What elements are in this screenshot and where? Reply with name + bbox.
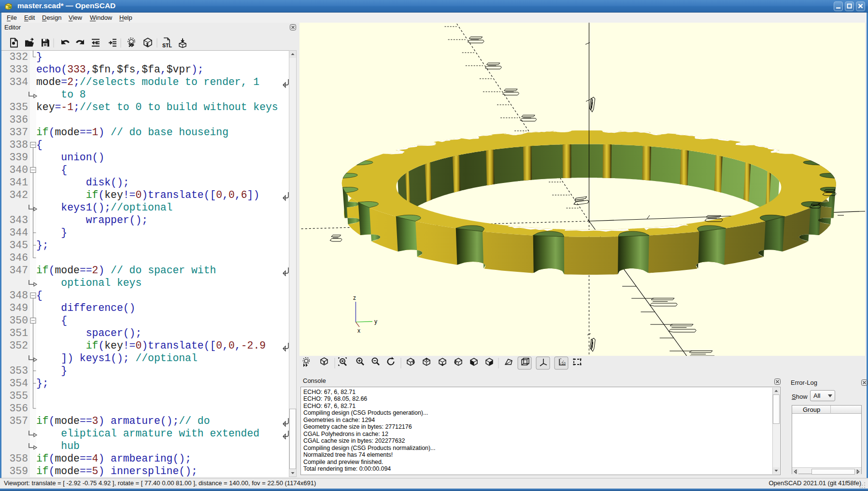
svg-text:z: z — [353, 295, 356, 301]
svg-text:x: x — [357, 327, 360, 334]
svg-text:10: 10 — [562, 362, 566, 365]
svg-text:y: y — [374, 318, 377, 325]
svg-text:STL: STL — [162, 42, 172, 48]
